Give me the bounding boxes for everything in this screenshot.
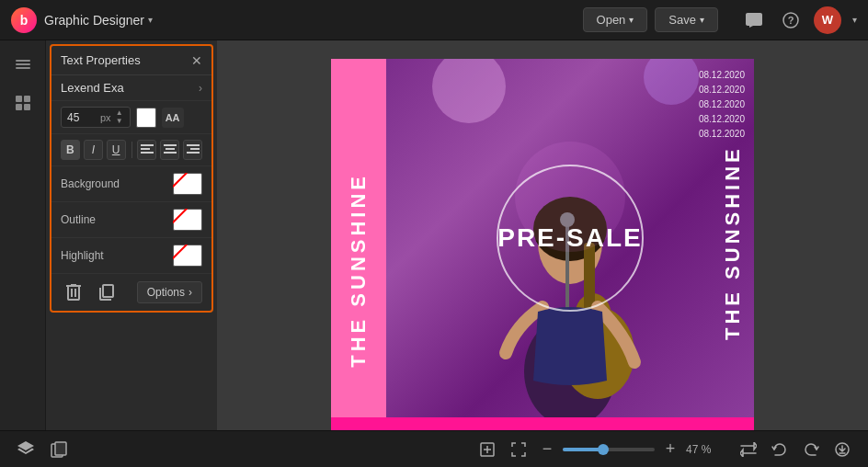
font-size-unit: px [100, 112, 111, 123]
save-label: Save [668, 13, 696, 27]
svg-point-19 [644, 59, 699, 105]
font-size-down-button[interactable]: ▼ [115, 118, 124, 125]
app-logo: b [11, 7, 37, 33]
bottom-right-icons [736, 437, 855, 462]
fit-page-button[interactable] [474, 437, 500, 462]
font-size-spinners: ▲ ▼ [115, 109, 124, 125]
format-separator [131, 142, 132, 158]
topbar-icons: ? W ▾ [740, 6, 857, 34]
font-name-label: Lexend Exa [61, 81, 124, 95]
left-pink-bar: THE SUNSHINE [331, 59, 386, 430]
highlight-swatch[interactable] [173, 245, 202, 267]
svg-rect-14 [164, 152, 177, 154]
background-swatch[interactable] [173, 173, 202, 195]
font-size-row: px ▲ ▼ AA [51, 101, 211, 134]
delete-button[interactable] [61, 281, 86, 303]
bottom-left-icons [13, 437, 72, 462]
canvas-area[interactable]: PRE-SALE THE SUNSHINE THE SUNSHINE 08.12… [217, 40, 868, 430]
actions-row: Options › [51, 274, 211, 311]
font-size-up-button[interactable]: ▲ [115, 109, 124, 117]
align-left-button[interactable] [137, 140, 156, 160]
underline-button[interactable]: U [107, 140, 126, 160]
svg-rect-15 [187, 144, 200, 146]
design-canvas: PRE-SALE THE SUNSHINE THE SUNSHINE 08.12… [331, 59, 754, 430]
avatar-letter: W [822, 13, 833, 27]
font-size-input-wrap: px ▲ ▼ [61, 107, 131, 128]
svg-rect-3 [16, 63, 30, 65]
highlight-row: Highlight [51, 238, 211, 274]
svg-rect-11 [141, 152, 154, 154]
save-button[interactable]: Save ▾ [655, 7, 718, 32]
duplicate-button[interactable] [94, 281, 120, 303]
chat-icon-button[interactable] [740, 6, 768, 34]
avatar-chevron-icon: ▾ [852, 15, 857, 25]
svg-rect-16 [190, 148, 200, 150]
open-chevron-icon: ▾ [629, 15, 634, 25]
svg-rect-17 [187, 152, 200, 154]
align-right-button[interactable] [183, 140, 202, 160]
date-line-2: 08.12.2020 [699, 83, 745, 97]
svg-rect-30 [55, 442, 66, 455]
undo-button[interactable] [767, 437, 793, 462]
svg-point-18 [432, 59, 506, 123]
bold-button[interactable]: B [61, 140, 80, 160]
sidebar-icon-layers[interactable] [6, 48, 40, 81]
highlight-label: Highlight [61, 249, 104, 262]
panel-close-button[interactable]: ✕ [191, 54, 202, 67]
outline-label: Outline [61, 213, 96, 226]
sidebar-icon-elements[interactable] [6, 86, 40, 120]
svg-rect-12 [164, 144, 177, 146]
vertical-text-left: THE SUNSHINE [347, 173, 371, 368]
date-line-4: 08.12.2020 [699, 112, 745, 127]
download-button[interactable] [829, 437, 855, 462]
repeat-button[interactable] [736, 437, 761, 462]
text-properties-panel: Text Properties ✕ Lexend Exa › px ▲ ▼ AA… [50, 44, 213, 313]
app-name-button[interactable]: Graphic Designer ▾ [44, 13, 153, 28]
svg-rect-13 [166, 148, 175, 150]
zoom-in-button[interactable]: + [660, 439, 680, 459]
options-button[interactable]: Options › [137, 281, 202, 303]
redo-button[interactable] [798, 437, 824, 462]
app-name-label: Graphic Designer [44, 13, 144, 28]
svg-rect-9 [141, 144, 154, 146]
zoom-out-button[interactable]: − [537, 439, 557, 459]
options-label: Options [147, 286, 185, 299]
zoom-slider[interactable] [563, 448, 655, 451]
zoom-controls: − + 47 % [474, 437, 719, 462]
layers-panel-button[interactable] [13, 437, 39, 462]
align-center-button[interactable] [160, 140, 179, 160]
italic-button[interactable]: I [84, 140, 103, 160]
font-arrow-icon: › [199, 82, 202, 95]
presale-text: PRE-SALE [497, 223, 643, 253]
outline-row: Outline [51, 202, 211, 238]
outline-swatch[interactable] [173, 209, 202, 231]
zoom-slider-thumb [598, 444, 609, 455]
app-name-chevron-icon: ▾ [148, 15, 153, 25]
open-button[interactable]: Open ▾ [583, 7, 648, 32]
letter-spacing-button[interactable]: AA [162, 108, 184, 128]
pages-panel-button[interactable] [46, 437, 72, 462]
svg-text:?: ? [788, 15, 794, 26]
panel-title: Text Properties [61, 53, 141, 67]
svg-rect-7 [16, 104, 22, 110]
font-selector[interactable]: Lexend Exa › [51, 75, 211, 101]
svg-rect-5 [16, 96, 22, 102]
font-color-swatch[interactable] [136, 108, 156, 128]
format-buttons-row: B I U [51, 134, 211, 166]
zoom-percent: 47 % [686, 443, 719, 456]
date-line-1: 08.12.2020 [699, 68, 745, 83]
expand-button[interactable] [506, 437, 531, 462]
svg-rect-4 [16, 67, 30, 69]
svg-rect-10 [141, 148, 150, 150]
open-label: Open [597, 13, 626, 27]
dates-area: 08.12.2020 08.12.2020 08.12.2020 08.12.2… [699, 68, 745, 142]
font-size-input[interactable] [67, 111, 97, 124]
left-sidebar [0, 40, 46, 430]
bottom-toolbar: − + 47 % [0, 430, 868, 467]
user-avatar[interactable]: W [814, 6, 841, 34]
help-icon-button[interactable]: ? [777, 6, 805, 34]
zoom-slider-fill [563, 448, 601, 451]
svg-rect-2 [16, 60, 30, 62]
date-line-5: 08.12.2020 [699, 127, 745, 142]
svg-rect-6 [24, 96, 30, 102]
